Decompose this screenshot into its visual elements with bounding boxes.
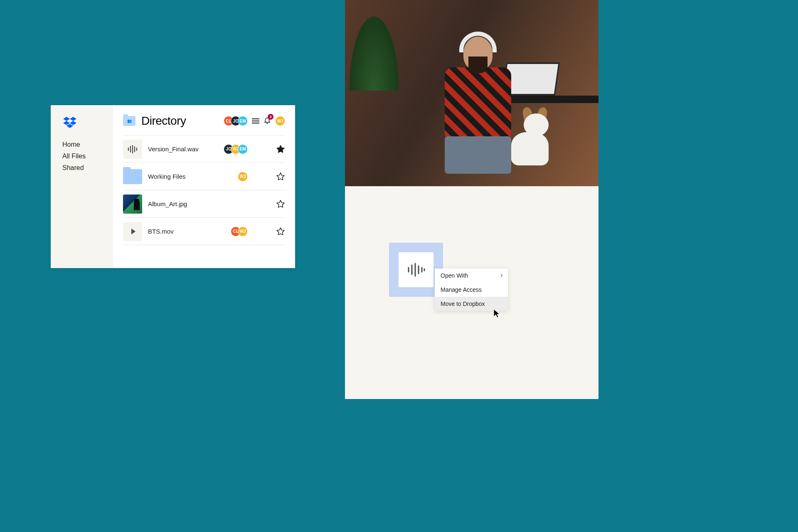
svg-marker-0 (63, 117, 70, 121)
star-toggle[interactable] (276, 172, 285, 181)
video-thumbnail-icon (123, 222, 142, 241)
folder-header: 👥 Directory CL JC EM 3 WJ (123, 114, 285, 135)
shared-folder-icon: 👥 (123, 116, 135, 126)
image-thumbnail-icon (123, 195, 142, 214)
cursor-icon (493, 308, 500, 318)
file-row[interactable]: Album_Art.jpg (123, 190, 285, 218)
star-icon (276, 172, 285, 181)
context-menu-label: Move to Dropbox (441, 300, 485, 307)
row-share-avatars[interactable]: CLWJ (231, 227, 248, 236)
list-menu-icon[interactable] (252, 118, 259, 123)
header-share-avatars[interactable]: CL JC EM (224, 116, 248, 126)
sidebar: Home All Files Shared (51, 105, 113, 268)
star-icon (276, 200, 285, 209)
sidebar-item-all-files[interactable]: All Files (62, 153, 113, 160)
file-row[interactable]: BTS.movCLWJ (123, 218, 285, 245)
file-row[interactable]: Version_Final.wavJCWJEM (123, 135, 285, 163)
avatar: WJ (238, 172, 248, 182)
row-share-avatars[interactable]: JCWJEM (224, 144, 248, 154)
star-icon (276, 145, 285, 154)
notification-badge: 3 (268, 114, 273, 120)
star-toggle[interactable] (276, 200, 285, 209)
folder-thumbnail-icon (123, 169, 142, 184)
row-share-avatars[interactable]: WJ (238, 172, 248, 182)
lifestyle-photo (345, 0, 598, 186)
file-name: BTS.mov (148, 228, 225, 235)
sidebar-item-home[interactable]: Home (62, 141, 113, 148)
page-title: Directory (141, 114, 224, 128)
audio-file-icon (399, 252, 433, 287)
file-name: Album_Art.jpg (148, 200, 232, 207)
sidebar-item-shared[interactable]: Shared (62, 164, 113, 172)
header-actions: CL JC EM 3 WJ (224, 116, 285, 126)
audio-thumbnail-icon (123, 140, 142, 159)
current-user-avatar[interactable]: WJ (275, 116, 285, 126)
file-name: Version_Final.wav (148, 145, 218, 153)
file-browser-window: Home All Files Shared 👥 Directory CL JC … (51, 105, 295, 268)
file-row[interactable]: Working FilesWJ (123, 163, 285, 190)
notifications-button[interactable]: 3 (264, 116, 271, 126)
context-menu: Open WithManage AccessMove to Dropbox (435, 268, 508, 311)
context-menu-item[interactable]: Manage Access (435, 283, 508, 297)
avatar: WJ (238, 227, 248, 236)
star-toggle[interactable] (276, 145, 285, 154)
play-icon (131, 229, 135, 234)
svg-marker-1 (70, 117, 76, 121)
file-name: Working Files (148, 173, 232, 180)
waveform-icon (407, 263, 425, 277)
avatar: EM (238, 116, 248, 126)
chevron-right-icon (499, 274, 502, 277)
context-menu-item[interactable]: Open With (435, 268, 508, 283)
content-pane: 👥 Directory CL JC EM 3 WJ Ve (113, 105, 295, 268)
star-toggle[interactable] (276, 227, 285, 236)
context-menu-panel: Open WithManage AccessMove to Dropbox (345, 186, 598, 399)
star-icon (276, 227, 285, 236)
dropbox-logo-icon (63, 117, 76, 128)
file-list: Version_Final.wavJCWJEMWorking FilesWJAl… (123, 135, 285, 245)
context-menu-label: Manage Access (441, 286, 482, 293)
avatar: EM (238, 144, 248, 154)
context-menu-label: Open With (441, 272, 468, 279)
